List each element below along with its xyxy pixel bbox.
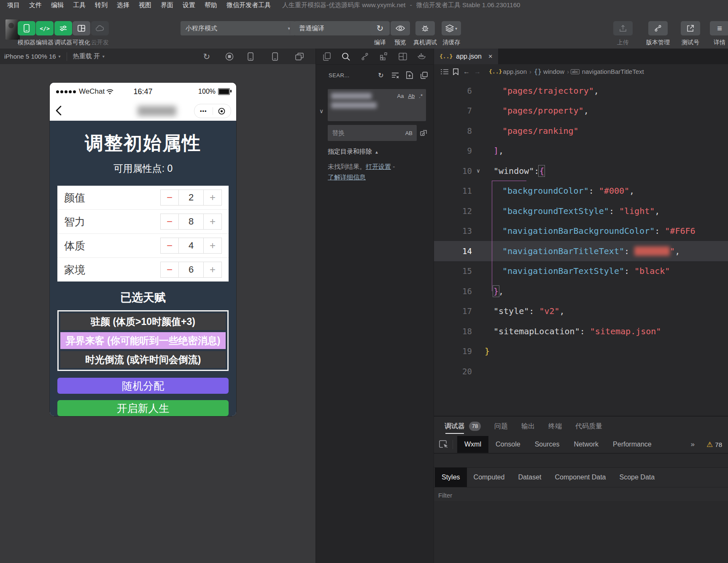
- fold-chevron-icon[interactable]: ∨: [472, 168, 485, 174]
- menu-goto[interactable]: 转到: [90, 1, 112, 9]
- breadcrumb-object[interactable]: window: [543, 68, 564, 75]
- code-line-10[interactable]: 10∨"window":{: [434, 161, 728, 181]
- code-line-13[interactable]: 13"navigationBarBackgroundColor": "#F6F6: [434, 221, 728, 241]
- tab-wxml[interactable]: Wxml: [457, 436, 488, 453]
- learn-more-link[interactable]: 了解详细信息: [328, 173, 366, 181]
- toggle-replace-chevron-icon[interactable]: ∨: [319, 108, 324, 114]
- version-control-button[interactable]: 版本管理: [643, 21, 673, 46]
- preserve-case-icon[interactable]: AB: [405, 130, 413, 136]
- talent-item-highlighted[interactable]: 异界来客 (你可能听到一些绝密消息): [60, 332, 226, 349]
- tab-app-json[interactable]: {..} app.json ×: [434, 49, 498, 64]
- breadcrumb-property[interactable]: navigationBarTitleText: [582, 68, 644, 75]
- replace-all-icon[interactable]: [420, 129, 428, 137]
- warnings-counter[interactable]: ⚠ 78: [706, 440, 722, 449]
- tab-performance[interactable]: Performance: [606, 436, 659, 453]
- menu-project[interactable]: 项目: [3, 1, 24, 9]
- upload-button[interactable]: 上传: [609, 21, 636, 46]
- editor-layout-icon[interactable]: [399, 52, 407, 61]
- start-life-button[interactable]: 开启新人生: [57, 400, 229, 416]
- minus-button[interactable]: −: [160, 214, 179, 230]
- code-line-8[interactable]: 8"pages/ranking": [434, 121, 728, 141]
- menu-file[interactable]: 文件: [24, 1, 46, 9]
- hot-reload-selector[interactable]: 热重载 开 ▾: [73, 52, 105, 60]
- outline-icon[interactable]: [439, 68, 450, 76]
- tab-code-quality[interactable]: 代码质量: [575, 417, 602, 436]
- remote-debug-button[interactable]: 真机调试: [412, 21, 439, 46]
- device-selector[interactable]: iPhone 5 100% 16 ▾: [4, 53, 61, 60]
- code-line-9[interactable]: 9],: [434, 141, 728, 161]
- tab-debugger[interactable]: 调试器: [445, 417, 465, 436]
- tab-output[interactable]: 输出: [521, 417, 535, 436]
- code-line-19[interactable]: 19}: [434, 341, 728, 362]
- menu-view[interactable]: 视图: [134, 1, 156, 9]
- stop-record-icon[interactable]: [224, 51, 235, 62]
- menu-tools[interactable]: 工具: [68, 1, 90, 9]
- replace-input[interactable]: 替换 AB: [328, 125, 417, 141]
- plus-button[interactable]: +: [203, 214, 222, 230]
- rotate-device-icon[interactable]: [270, 51, 280, 62]
- code-line-6[interactable]: 6"pages/trajectory",: [434, 81, 728, 101]
- refresh-icon[interactable]: ↻: [202, 51, 212, 62]
- cloud-dev-button[interactable]: 云开发: [88, 21, 112, 46]
- menu-help[interactable]: 帮助: [200, 1, 222, 9]
- code-line-11[interactable]: 11"backgroundColor": "#000",: [434, 181, 728, 201]
- tab-component-data[interactable]: Component Data: [548, 468, 613, 487]
- talent-item[interactable]: 驻颜 (体质>10时颜值+3): [60, 313, 226, 330]
- tab-scope-data[interactable]: Scope Data: [613, 468, 662, 487]
- breadcrumb-file[interactable]: app.json: [503, 68, 527, 75]
- preview-button[interactable]: 预览: [387, 21, 414, 46]
- directory-filter-toggle[interactable]: 指定目录和排除▲: [328, 148, 434, 156]
- phone-mode-icon[interactable]: [245, 51, 256, 62]
- match-case-icon[interactable]: Aa: [397, 93, 404, 99]
- code-line-16[interactable]: 16},: [434, 281, 728, 301]
- clear-cache-button[interactable]: ▾ 清缓存: [438, 21, 465, 46]
- talent-item[interactable]: 时光倒流 (或许时间会倒流): [60, 351, 226, 368]
- bookmark-icon[interactable]: [450, 68, 461, 76]
- tab-computed[interactable]: Computed: [467, 468, 512, 487]
- tab-dataset[interactable]: Dataset: [511, 468, 548, 487]
- random-assign-button[interactable]: 随机分配: [57, 378, 229, 394]
- plus-button[interactable]: +: [203, 189, 222, 206]
- tab-sources[interactable]: Sources: [528, 436, 567, 453]
- details-button[interactable]: ≡ 详情: [706, 21, 728, 46]
- whole-word-icon[interactable]: Ab: [408, 93, 415, 99]
- minimize-target-button[interactable]: [213, 108, 231, 115]
- open-settings-link[interactable]: 打开设置: [366, 163, 391, 170]
- tab-problems[interactable]: 问题: [494, 417, 508, 436]
- tab-network[interactable]: Network: [566, 436, 606, 453]
- collapse-all-icon[interactable]: [420, 71, 428, 79]
- inspect-element-icon[interactable]: [439, 440, 448, 449]
- more-tabs-icon[interactable]: »: [691, 440, 695, 449]
- search-input[interactable]: Aa Ab .*: [328, 89, 426, 121]
- tab-styles[interactable]: Styles: [435, 468, 467, 487]
- menu-select[interactable]: 选择: [112, 1, 134, 9]
- scheme-mode-dropdown[interactable]: 小程序模式 ▾: [181, 21, 295, 35]
- code-line-18[interactable]: 18"sitemapLocation": "sitemap.json": [434, 321, 728, 341]
- test-account-button[interactable]: 测试号: [677, 21, 704, 46]
- plus-button[interactable]: +: [203, 238, 222, 254]
- back-chevron-icon[interactable]: [56, 106, 62, 116]
- detach-window-icon[interactable]: [294, 51, 305, 62]
- minus-button[interactable]: −: [160, 238, 179, 254]
- nav-back-icon[interactable]: ←: [461, 68, 472, 76]
- code-line-7[interactable]: 7"pages/property",: [434, 101, 728, 121]
- regex-icon[interactable]: .*: [419, 93, 423, 99]
- files-icon[interactable]: [323, 52, 331, 61]
- code-line-17[interactable]: 17"style": "v2",: [434, 301, 728, 322]
- minus-button[interactable]: −: [160, 262, 179, 278]
- menu-edit[interactable]: 编辑: [46, 1, 68, 9]
- code-line-15[interactable]: 15"navigationBarTextStyle": "black": [434, 261, 728, 282]
- menu-interface[interactable]: 界面: [156, 1, 178, 9]
- code-line-14[interactable]: 14"navigationBarTitleText": ",: [434, 241, 728, 261]
- clear-results-icon[interactable]: [391, 71, 399, 79]
- tab-terminal[interactable]: 终端: [548, 417, 562, 436]
- docker-icon[interactable]: [418, 52, 426, 61]
- plus-button[interactable]: +: [203, 262, 222, 278]
- menu-settings[interactable]: 设置: [178, 1, 200, 9]
- search-icon[interactable]: [342, 52, 350, 61]
- tab-console[interactable]: Console: [488, 436, 528, 453]
- code-line-20[interactable]: 20: [434, 361, 728, 382]
- close-icon[interactable]: ×: [488, 52, 493, 61]
- minus-button[interactable]: −: [160, 189, 179, 206]
- code-line-12[interactable]: 12"backgroundTextStyle": "light",: [434, 201, 728, 221]
